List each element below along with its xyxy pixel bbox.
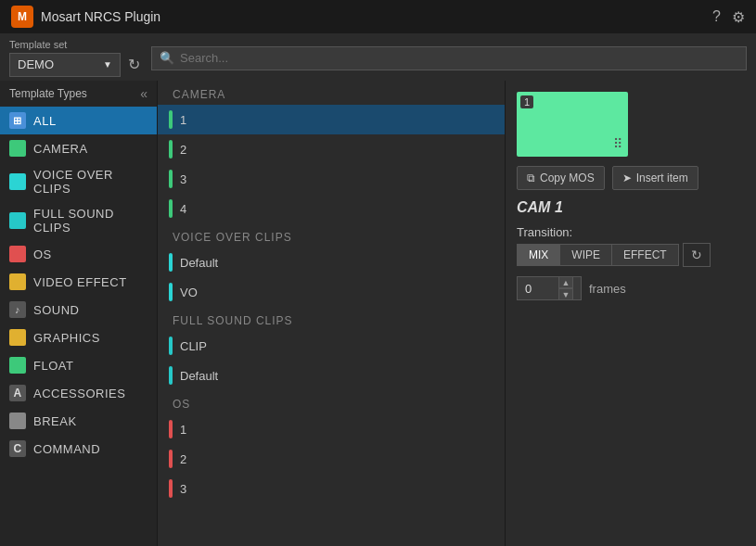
float-icon	[9, 357, 26, 374]
color-bar	[169, 110, 173, 129]
preview-badge: 1	[520, 95, 533, 108]
sidebar-item-all[interactable]: ⊞ ALL	[0, 107, 157, 134]
sidebar-item-camera[interactable]: CAMERA	[0, 134, 157, 162]
search-box: 🔍	[151, 46, 747, 70]
sidebar-item-video-effect[interactable]: VIDEO EFFECT	[0, 268, 157, 296]
sidebar-item-graphics[interactable]: GRAPHICS	[0, 324, 157, 351]
transition-label: Transition:	[517, 225, 745, 239]
frames-input-group: 0 ▲ ▼	[517, 276, 582, 300]
sidebar: Template Types « ⊞ ALL CAMERA VOICE OVER…	[0, 81, 158, 546]
color-bar	[169, 479, 173, 498]
title-bar: M Mosart NRCS Plugin ? ⚙	[0, 0, 756, 33]
template-set-label: Template set	[9, 39, 144, 50]
transition-refresh-button[interactable]: ↻	[683, 243, 711, 267]
sidebar-label-break: BREAK	[33, 414, 77, 428]
help-icon[interactable]: ?	[712, 8, 721, 25]
sidebar-item-os[interactable]: OS	[0, 240, 157, 268]
template-item[interactable]: 1	[158, 105, 505, 134]
sidebar-label-command: COMMAND	[33, 442, 100, 456]
sidebar-header: Template Types «	[0, 81, 157, 107]
template-item[interactable]: 1	[158, 414, 505, 444]
collapse-icon[interactable]: «	[140, 86, 147, 101]
refresh-button[interactable]: ↻	[124, 52, 144, 77]
break-icon	[9, 413, 26, 429]
app-title: Mosart NRCS Plugin	[41, 9, 160, 24]
video-effect-icon	[9, 273, 26, 290]
sound-icon: ♪	[9, 301, 26, 318]
template-item[interactable]: Default	[158, 361, 505, 390]
tab-effect[interactable]: EFFECT	[611, 244, 679, 266]
voice-over-icon	[9, 173, 26, 190]
section-header-os: OS	[158, 390, 505, 414]
full-sound-icon	[9, 212, 26, 229]
sidebar-item-accessories[interactable]: A ACCESSORIES	[0, 379, 157, 407]
template-item[interactable]: VO	[158, 277, 505, 307]
sidebar-item-sound[interactable]: ♪ SOUND	[0, 296, 157, 324]
camera-icon	[9, 140, 26, 157]
sidebar-label-float: FLOAT	[33, 359, 73, 373]
top-toolbar: Template set DEMO ▼ ↻ 🔍	[0, 33, 756, 81]
graphics-icon	[9, 329, 26, 346]
template-item[interactable]: 3	[158, 164, 505, 194]
section-header-camera: CAMERA	[158, 81, 505, 105]
template-item[interactable]: 4	[158, 194, 505, 223]
os-icon	[9, 246, 26, 262]
spinner-buttons: ▲ ▼	[558, 276, 573, 300]
copy-mos-button[interactable]: ⧉ Copy MOS	[517, 166, 605, 190]
color-bar	[169, 170, 173, 188]
settings-icon[interactable]: ⚙	[732, 8, 745, 26]
copy-mos-label: Copy MOS	[540, 171, 595, 184]
sidebar-label-all: ALL	[33, 114, 57, 128]
sidebar-label-graphics: GRAPHICS	[33, 331, 100, 345]
sidebar-label-os: OS	[33, 248, 52, 261]
section-header-voice-over: VOICE OVER CLIPS	[158, 223, 505, 248]
sidebar-label-sound: SOUND	[33, 303, 79, 317]
section-header-full-sound: FULL SOUND CLIPS	[158, 307, 505, 331]
title-bar-right: ? ⚙	[712, 8, 745, 26]
template-item[interactable]: 2	[158, 134, 505, 164]
template-item[interactable]: 3	[158, 474, 505, 503]
sidebar-label-full-sound: FULL SOUND CLIPS	[33, 207, 147, 235]
frames-decrement[interactable]: ▼	[558, 288, 573, 300]
right-panel: 1 ⠿ ⧉ Copy MOS ➤ Insert item CAM 1 Trans…	[506, 81, 756, 546]
color-bar	[169, 283, 173, 301]
template-set-dropdown[interactable]: DEMO ▼	[9, 53, 121, 77]
sidebar-label-accessories: ACCESSORIES	[33, 387, 125, 400]
color-bar	[169, 420, 173, 438]
template-set-group: Template set DEMO ▼ ↻	[9, 39, 144, 77]
color-bar	[169, 450, 173, 468]
template-item[interactable]: Default	[158, 248, 505, 277]
copy-mos-icon: ⧉	[527, 171, 535, 184]
sidebar-item-command[interactable]: C COMMAND	[0, 435, 157, 463]
color-bar	[169, 336, 173, 355]
frames-increment[interactable]: ▲	[558, 276, 573, 288]
insert-item-icon: ➤	[622, 171, 632, 184]
transition-section: Transition: MIX WIPE EFFECT ↻	[517, 225, 745, 267]
color-bar	[169, 140, 173, 159]
search-input[interactable]	[180, 51, 738, 65]
accessories-icon: A	[9, 385, 26, 401]
command-icon: C	[9, 440, 26, 457]
title-bar-left: M Mosart NRCS Plugin	[11, 6, 160, 28]
frames-label: frames	[589, 282, 626, 296]
insert-item-button[interactable]: ➤ Insert item	[612, 166, 698, 190]
template-item[interactable]: 2	[158, 444, 505, 474]
transition-tabs: MIX WIPE EFFECT	[517, 244, 679, 266]
frames-value: 0	[525, 282, 532, 296]
insert-item-label: Insert item	[636, 171, 688, 184]
sidebar-item-full-sound[interactable]: FULL SOUND CLIPS	[0, 201, 157, 240]
color-bar	[169, 253, 173, 272]
sidebar-item-break[interactable]: BREAK	[0, 407, 157, 435]
search-icon: 🔍	[160, 51, 174, 65]
panel-buttons: ⧉ Copy MOS ➤ Insert item	[517, 166, 745, 190]
tab-mix[interactable]: MIX	[517, 244, 559, 266]
main-content: Template Types « ⊞ ALL CAMERA VOICE OVER…	[0, 81, 756, 546]
tab-wipe[interactable]: WIPE	[559, 244, 611, 266]
grid-icon: ⠿	[613, 136, 622, 151]
preview-box: 1 ⠿	[517, 92, 628, 157]
sidebar-item-voice-over[interactable]: VOICE OVER CLIPS	[0, 162, 157, 201]
cam-title: CAM 1	[517, 199, 745, 216]
template-item[interactable]: CLIP	[158, 331, 505, 361]
color-bar	[169, 366, 173, 385]
sidebar-item-float[interactable]: FLOAT	[0, 351, 157, 379]
